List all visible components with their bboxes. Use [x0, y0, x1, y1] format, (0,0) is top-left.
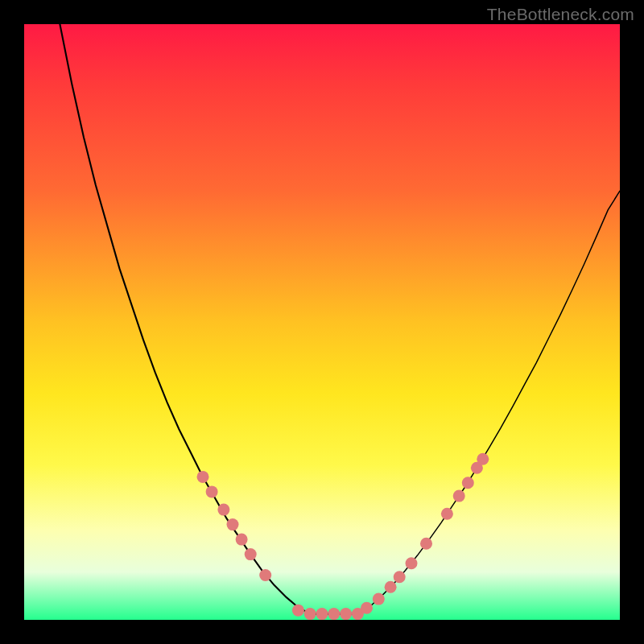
data-marker	[206, 485, 218, 497]
data-marker	[328, 608, 340, 620]
chart-plot-area	[24, 24, 620, 620]
data-marker	[259, 569, 271, 581]
curve-right	[357, 191, 620, 613]
data-marker	[394, 571, 406, 583]
data-marker	[197, 471, 209, 483]
data-marker	[316, 608, 328, 620]
data-marker	[236, 534, 248, 546]
data-marker	[227, 518, 239, 530]
data-marker	[406, 557, 418, 569]
chart-frame: TheBottleneck.com	[0, 0, 644, 644]
data-marker	[292, 605, 304, 617]
markers-group	[197, 453, 489, 620]
curve-left	[60, 24, 310, 614]
chart-svg	[24, 24, 620, 620]
data-marker	[477, 453, 489, 465]
data-marker	[304, 608, 316, 620]
data-marker	[420, 538, 432, 550]
data-marker	[340, 608, 352, 620]
watermark-text: TheBottleneck.com	[487, 5, 634, 24]
data-marker	[361, 602, 373, 614]
data-marker	[217, 504, 229, 516]
data-marker	[385, 581, 397, 593]
data-marker	[441, 508, 453, 520]
data-marker	[373, 593, 385, 605]
data-marker	[462, 477, 474, 489]
data-marker	[453, 490, 465, 502]
data-marker	[245, 548, 257, 560]
